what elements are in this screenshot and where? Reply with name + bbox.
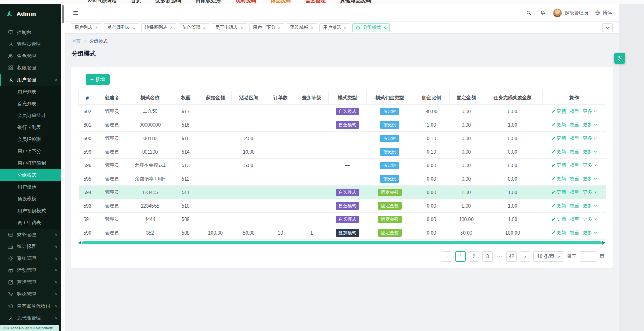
chevron-down-icon <box>594 217 597 221</box>
sidebar-subitem[interactable]: 用户上下分 <box>0 145 61 157</box>
weight-link[interactable]: 权重 <box>570 175 579 182</box>
weight-link[interactable]: 权重 <box>570 121 579 128</box>
close-icon[interactable]: × <box>311 25 313 30</box>
more-link[interactable]: 更多 <box>583 135 597 142</box>
weight-link[interactable]: 权重 <box>570 108 579 115</box>
sidebar-subitem[interactable]: 会员IP检测 <box>0 133 61 145</box>
weight-link[interactable]: 权重 <box>570 162 579 169</box>
update-link[interactable]: 更新 <box>551 108 566 115</box>
update-link[interactable]: 更新 <box>551 121 566 128</box>
tab[interactable]: 用户激活× <box>319 23 350 32</box>
close-icon[interactable]: × <box>170 25 173 30</box>
language-switcher[interactable]: 简体 <box>595 10 612 16</box>
weight-link[interactable]: 权重 <box>570 148 579 155</box>
notifications-button[interactable] <box>539 9 547 17</box>
sidebar-item[interactable]: 财务管理∨ <box>0 229 61 241</box>
update-link[interactable]: 更新 <box>551 189 566 196</box>
page-button-3[interactable]: 3 <box>482 251 493 262</box>
more-pages-icon[interactable]: ··· <box>496 254 503 259</box>
page-button-2[interactable]: 2 <box>469 251 479 262</box>
scroll-right-arrow-icon[interactable] <box>602 241 605 245</box>
sidebar-subitem[interactable]: 分组模式 <box>0 169 61 181</box>
update-link[interactable]: 更新 <box>551 148 566 155</box>
collapse-sidebar-button[interactable] <box>72 9 80 17</box>
sidebar-subitem[interactable]: 用户激活 <box>0 181 61 193</box>
chevron-down-icon <box>557 255 560 258</box>
more-link[interactable]: 更多 <box>583 175 597 182</box>
settings-fab[interactable] <box>614 53 625 64</box>
tab[interactable]: 用户列表× <box>71 23 101 32</box>
update-link[interactable]: 更新 <box>551 216 566 223</box>
close-icon[interactable]: × <box>383 25 386 30</box>
breadcrumb-home[interactable]: 首页 <box>72 39 81 44</box>
more-link[interactable]: 更多 <box>583 108 597 115</box>
page-size-select[interactable]: 10 条/页 <box>533 251 564 262</box>
sidebar-scrollbar-thumb[interactable] <box>62 5 64 23</box>
close-icon[interactable]: × <box>203 25 206 30</box>
tab[interactable]: 总代理列表× <box>104 23 139 32</box>
close-icon[interactable]: × <box>344 25 346 30</box>
table-row: 601管理员00000000516自选模式按比例1.000.001.00更新权重… <box>79 118 606 132</box>
tab[interactable]: 用户上下分× <box>249 23 285 32</box>
sidebar-item[interactable]: 购物管理∨ <box>0 288 61 300</box>
close-icon[interactable]: × <box>278 25 281 30</box>
sidebar-subitem[interactable]: 员工申请表 <box>0 217 61 229</box>
more-link[interactable]: 更多 <box>583 162 597 169</box>
horizontal-scrollbar-thumb[interactable] <box>82 241 602 244</box>
search-button[interactable] <box>525 9 533 17</box>
sidebar-subitem[interactable]: 银行卡列表 <box>0 121 61 133</box>
sidebar-item[interactable]: 总代理管理∨ <box>0 312 61 324</box>
more-link[interactable]: 更多 <box>583 202 597 209</box>
sidebar-subitem[interactable]: 用户列表 <box>0 86 61 98</box>
prev-page-button[interactable]: ‹ <box>442 251 452 262</box>
sidebar-item[interactable]: 控制台 <box>0 26 61 38</box>
update-link[interactable]: 更新 <box>551 175 566 182</box>
update-link[interactable]: 更新 <box>551 135 566 142</box>
close-icon[interactable]: × <box>241 25 243 30</box>
column-header: 订单数 <box>266 91 295 105</box>
sidebar-subitem[interactable]: 预设模板 <box>0 193 61 205</box>
sidebar-item[interactable]: 权限管理 <box>0 62 61 74</box>
jump-page-input[interactable] <box>580 251 596 262</box>
weight-link[interactable]: 权重 <box>570 216 579 223</box>
more-link[interactable]: 更多 <box>583 189 597 196</box>
more-link[interactable]: 更多 <box>583 229 597 236</box>
close-icon[interactable]: × <box>133 25 136 30</box>
tab[interactable]: 角色管理× <box>179 23 209 32</box>
tab[interactable]: 预设模板× <box>287 23 317 32</box>
user-menu[interactable]: 超级管理员 <box>553 8 589 17</box>
sidebar-item[interactable]: 用户管理∧ <box>0 74 61 86</box>
tab-overflow-button[interactable] <box>602 23 613 32</box>
update-link[interactable]: 更新 <box>551 229 566 236</box>
sidebar-item[interactable]: 自有账号代收付∨ <box>0 300 61 312</box>
sidebar-item[interactable]: 管理员管理 <box>0 38 61 50</box>
weight-link[interactable]: 权重 <box>570 135 579 142</box>
tab[interactable]: 轮播图列表× <box>141 23 177 32</box>
weight-link[interactable]: 权重 <box>570 189 579 196</box>
sidebar-item[interactable]: 角色管理 <box>0 50 61 62</box>
tab[interactable]: 员工申请表× <box>212 23 247 32</box>
next-page-button[interactable]: › <box>520 251 530 262</box>
sidebar-subitem[interactable]: 用户预设模式 <box>0 205 61 217</box>
sidebar-item[interactable]: 营运管理∨ <box>0 276 61 288</box>
weight-link[interactable]: 权重 <box>570 202 579 209</box>
add-button[interactable]: + 新增 <box>86 74 110 85</box>
update-link[interactable]: 更新 <box>551 202 566 209</box>
weight-link[interactable]: 权重 <box>570 229 579 236</box>
sidebar-item[interactable]: 系统管理∨ <box>0 252 61 264</box>
sidebar-subitem[interactable]: 首充列表 <box>0 98 61 110</box>
sidebar-subitem[interactable]: 会员订单统计 <box>0 110 61 121</box>
sidebar-item[interactable]: 统计报表∨ <box>0 241 61 252</box>
page-button-1[interactable]: 1 <box>455 251 466 262</box>
update-link[interactable]: 更新 <box>551 162 566 169</box>
close-icon[interactable]: × <box>95 25 98 30</box>
page-button-42[interactable]: 42 <box>506 251 517 262</box>
more-link[interactable]: 更多 <box>583 121 597 128</box>
browser-status-link: 137.xdcds-h.vip:18.tw/index#/... <box>0 325 59 331</box>
sidebar-item[interactable]: 活动管理∨ <box>0 264 61 276</box>
more-link[interactable]: 更多 <box>583 148 597 155</box>
sidebar-subitem[interactable]: 用户打码限制 <box>0 157 61 169</box>
more-link[interactable]: 更多 <box>583 216 597 223</box>
scroll-left-arrow-icon[interactable] <box>78 241 81 245</box>
tab[interactable]: 分组模式× <box>352 23 390 32</box>
